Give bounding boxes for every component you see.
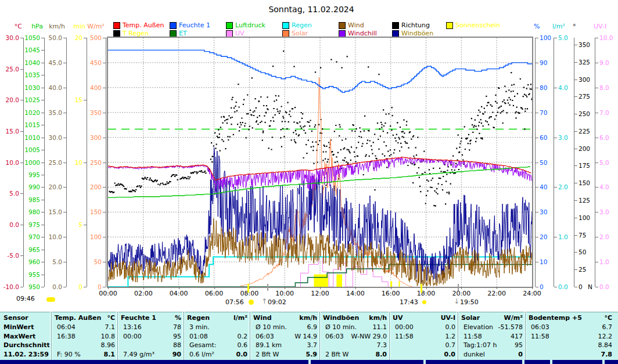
axis-tick — [595, 187, 598, 188]
axis-tick — [595, 212, 598, 212]
axis-tick-label: 300 — [579, 77, 590, 82]
axis-tick — [574, 269, 577, 270]
axis-tick-label: 275 — [579, 93, 590, 99]
axis-tick — [103, 237, 106, 237]
axis-tick-label: 1050 — [17, 35, 40, 41]
axis-tick — [41, 175, 44, 175]
table-column-divider — [458, 312, 458, 360]
axis-tick — [574, 149, 577, 149]
table-cell-value: 0.6 — [187, 341, 247, 349]
axis-tick — [63, 138, 66, 138]
axis-unit-label: l/m² — [552, 23, 565, 30]
table-cell-value: 95 — [121, 332, 181, 341]
sunrise-axis-tick — [247, 284, 249, 293]
legend-swatch-feuchte-1-icon — [170, 22, 177, 29]
x-tick — [461, 287, 462, 289]
legend-swatch-wind-icon — [339, 22, 346, 29]
legend-swatch-temp-au-en-icon — [113, 22, 120, 29]
axis-tick-label: 5.0 — [0, 190, 19, 196]
axis-tick — [103, 138, 106, 138]
moonset-time: 19:50 — [460, 298, 479, 306]
table-col-unit: °C — [55, 313, 115, 322]
axis-tick-label: 965 — [17, 247, 40, 253]
axis-tick — [63, 113, 66, 113]
x-tick — [285, 287, 285, 289]
axis-tick-label: 5.0 — [39, 259, 62, 265]
axis-tick-label: 50.0 — [39, 35, 62, 41]
axis-tick — [574, 165, 577, 166]
day-length-sun-icon — [46, 297, 55, 302]
table-cell-value: 78 — [121, 323, 181, 331]
table-col-unit: % — [121, 313, 181, 322]
axis-tick-label: 0.0 — [39, 284, 62, 290]
axis-tick-label: 1045 — [17, 47, 40, 53]
axis-tick-label: 10.0 — [39, 234, 62, 240]
status-strip-divider — [423, 360, 426, 364]
axis-tick — [63, 212, 66, 212]
axis-tick-label: 350 — [579, 42, 590, 48]
axis-tick-label: 40.0 — [39, 85, 62, 91]
table-cell-value: 0.7 — [393, 341, 455, 349]
table-cell-value: 8.84 — [529, 341, 612, 349]
axis-tick-label: 250 — [579, 111, 590, 117]
axis-tick-label: 75 — [579, 232, 586, 238]
axis-tick-label: 5.0 — [599, 160, 609, 165]
sunset-sun-icon — [422, 300, 426, 304]
axis-unit-label: W/m² — [79, 23, 105, 30]
axis-tick-label: 1040 — [17, 60, 40, 66]
axis-tick — [536, 38, 538, 38]
axis-tick-label: 100 — [540, 35, 551, 41]
x-tick — [355, 287, 356, 289]
axis-tick-label: 150 — [78, 209, 102, 215]
axis-tick — [536, 187, 538, 188]
table-col-unit: l/m² — [187, 313, 247, 322]
table-cell-value: 7.3 — [323, 341, 387, 349]
axis-tick — [103, 38, 106, 38]
moonrise-time: 09:02 — [268, 298, 286, 306]
axis-tick-label: 980 — [17, 209, 40, 215]
axis-tick-label: 30 — [540, 209, 547, 215]
axis-tick — [536, 163, 538, 163]
x-tick — [391, 287, 391, 289]
legend-label: Feuchte 1 — [179, 21, 210, 29]
axis-tick-label: 995 — [17, 172, 40, 178]
table-row-label: Durchschnitt — [3, 341, 50, 349]
table-column-divider — [117, 312, 118, 360]
x-tick-label: 16:00 — [378, 290, 404, 297]
axis-tick — [595, 237, 598, 237]
axis-tick — [574, 45, 577, 45]
axis-tick — [84, 225, 87, 225]
axis-tick — [20, 69, 23, 70]
axis-tick-label: 50 — [78, 259, 102, 265]
table-cell-value: 0.0 — [393, 323, 455, 331]
table-cell-value: 8.96 — [55, 341, 115, 349]
table-cell-value: 95 — [461, 341, 523, 349]
axis-tick-label: 3.0 — [599, 209, 609, 215]
axis-tick-label: 100 — [579, 215, 590, 221]
axis-tick-label: 60 — [540, 135, 547, 140]
axis-tick-label: 350 — [78, 110, 102, 116]
axis-tick-label: 1005 — [17, 147, 40, 153]
axis-tick — [595, 38, 598, 38]
legend-label: Wind — [348, 21, 364, 29]
axis-tick — [554, 138, 557, 138]
axis-tick — [536, 262, 538, 262]
axis-tick-label: 200 — [579, 146, 590, 152]
axis-tick-label: 970 — [17, 234, 40, 240]
axis-line-° — [574, 38, 574, 287]
axis-tick-label: 400 — [78, 85, 102, 91]
table-cell-value: W-NW 29.0 — [323, 332, 387, 341]
x-tick-label: 02:00 — [131, 290, 156, 297]
axis-tick — [41, 275, 44, 275]
axis-tick — [63, 262, 66, 262]
x-tick — [497, 287, 497, 289]
axis-tick-label: 960 — [17, 259, 40, 265]
axis-tick — [41, 250, 44, 250]
x-tick — [214, 287, 215, 289]
axis-tick — [554, 187, 557, 188]
axis-tick — [574, 96, 577, 97]
table-column-divider — [389, 312, 390, 360]
axis-tick — [595, 138, 598, 138]
table-col-unit: km/h — [323, 313, 387, 322]
axis-north-label: N — [588, 284, 592, 290]
